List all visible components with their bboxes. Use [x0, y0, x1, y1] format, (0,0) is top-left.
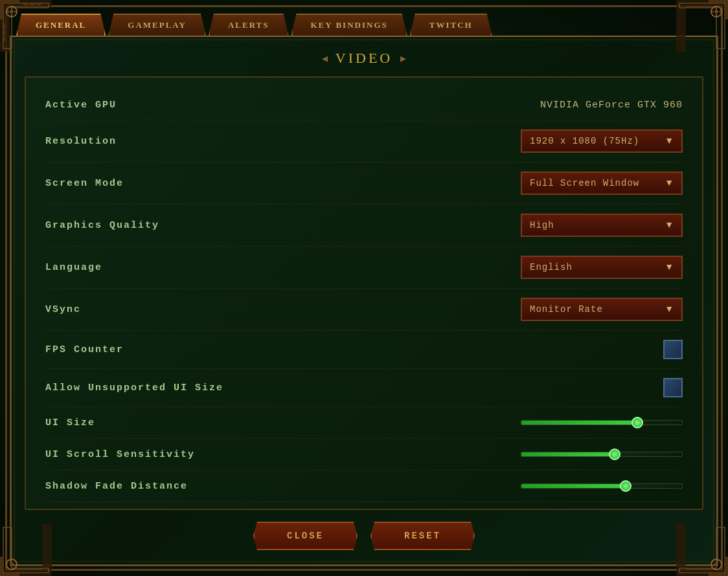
label-graphics-quality: Graphics Quality	[45, 220, 159, 231]
dropdown-language[interactable]: English ▼	[521, 256, 683, 279]
slider-shadow-fade-track	[521, 483, 683, 489]
corner-decoration-tr	[676, 0, 728, 52]
label-active-gpu: Active GPU	[45, 100, 117, 111]
checkbox-fps-counter[interactable]	[663, 340, 683, 359]
tab-twitch[interactable]: Twitch	[410, 14, 492, 36]
dropdown-graphics-quality[interactable]: High ▼	[521, 214, 683, 237]
chevron-down-icon: ▼	[665, 220, 674, 230]
dropdown-vsync[interactable]: Monitor Rate ▼	[521, 298, 683, 321]
setting-active-gpu: Active GPU NVIDIA GeForce GTX 960	[45, 91, 683, 120]
corner-decoration-tl	[0, 0, 52, 52]
slider-ui-scroll-fill	[521, 452, 615, 456]
chevron-down-icon: ▼	[665, 136, 674, 146]
tab-alerts[interactable]: Alerts	[209, 14, 289, 36]
svg-point-7	[714, 562, 718, 566]
label-ui-size: UI Size	[45, 417, 95, 428]
corner-decoration-bl	[0, 524, 52, 576]
checkbox-allow-unsupported-ui[interactable]	[663, 378, 683, 397]
slider-ui-scroll[interactable]	[521, 448, 683, 461]
tab-bar: General Gameplay Alerts Key Bindings Twi…	[10, 10, 718, 36]
setting-screen-mode: Screen Mode Full Screen Window ▼	[45, 162, 683, 205]
bottom-buttons: Close Reset	[25, 510, 703, 558]
content-area: ◂ Video ▸ Active GPU NVIDIA GeForce GTX …	[10, 36, 718, 566]
setting-graphics-quality: Graphics Quality High ▼	[45, 205, 683, 247]
dropdown-screen-mode-value: Full Screen Window	[530, 178, 639, 188]
dropdown-screen-mode[interactable]: Full Screen Window ▼	[521, 172, 683, 195]
dropdown-graphics-quality-value: High	[530, 220, 554, 230]
setting-ui-size: UI Size	[45, 407, 683, 439]
reset-button[interactable]: Reset	[370, 522, 475, 550]
setting-complex-effects: Complex Effects ✓	[45, 502, 683, 510]
corner-decoration-br	[676, 524, 728, 576]
settings-panel[interactable]: Active GPU NVIDIA GeForce GTX 960 Resolu…	[25, 76, 703, 510]
slider-shadow-fade-fill	[521, 484, 626, 488]
main-container: General Gameplay Alerts Key Bindings Twi…	[10, 10, 718, 566]
header-arrow-left: ◂	[322, 51, 328, 65]
header-arrow-right: ▸	[400, 51, 406, 65]
label-language: Language	[45, 262, 102, 273]
chevron-down-icon: ▼	[665, 304, 674, 315]
label-shadow-fade: Shadow Fade Distance	[45, 481, 188, 492]
slider-ui-size-track	[521, 420, 683, 425]
close-button[interactable]: Close	[253, 522, 358, 550]
video-header: ◂ Video ▸	[25, 43, 703, 76]
label-screen-mode: Screen Mode	[45, 178, 124, 189]
slider-ui-size[interactable]	[521, 416, 683, 429]
setting-shadow-fade: Shadow Fade Distance	[45, 471, 683, 502]
setting-allow-unsupported-ui: Allow Unsupported UI Size	[45, 369, 683, 407]
svg-point-1	[10, 10, 14, 14]
label-vsync: VSync	[45, 304, 81, 315]
slider-shadow-fade[interactable]	[521, 480, 683, 493]
setting-fps-counter: FPS Counter	[45, 331, 683, 369]
slider-ui-scroll-thumb[interactable]	[609, 449, 620, 460]
dropdown-language-value: English	[530, 262, 573, 272]
tab-keybindings[interactable]: Key Bindings	[291, 14, 407, 36]
setting-vsync: VSync Monitor Rate ▼	[45, 289, 683, 331]
tab-gameplay[interactable]: Gameplay	[108, 14, 206, 36]
dropdown-vsync-value: Monitor Rate	[530, 304, 603, 315]
setting-language: Language English ▼	[45, 247, 683, 289]
slider-shadow-fade-thumb[interactable]	[620, 480, 631, 492]
label-ui-scroll-sensitivity: UI Scroll Sensitivity	[45, 449, 195, 460]
chevron-down-icon: ▼	[665, 262, 674, 272]
panel-title: Video	[336, 50, 392, 67]
label-resolution: Resolution	[45, 136, 117, 147]
slider-ui-scroll-track	[521, 452, 683, 457]
svg-point-3	[714, 10, 718, 14]
chevron-down-icon: ▼	[665, 178, 674, 188]
setting-ui-scroll-sensitivity: UI Scroll Sensitivity	[45, 439, 683, 471]
value-active-gpu: NVIDIA GeForce GTX 960	[540, 100, 683, 111]
setting-resolution: Resolution 1920 x 1080 (75Hz) ▼	[45, 120, 683, 162]
panel: ◂ Video ▸ Active GPU NVIDIA GeForce GTX …	[12, 37, 716, 564]
label-fps-counter: FPS Counter	[45, 344, 124, 355]
dropdown-resolution-value: 1920 x 1080 (75Hz)	[530, 136, 639, 146]
slider-ui-size-fill	[521, 421, 637, 425]
slider-ui-size-thumb[interactable]	[631, 417, 643, 428]
dropdown-resolution[interactable]: 1920 x 1080 (75Hz) ▼	[521, 129, 683, 153]
svg-point-5	[10, 562, 14, 566]
label-allow-unsupported-ui: Allow Unsupported UI Size	[45, 382, 223, 393]
